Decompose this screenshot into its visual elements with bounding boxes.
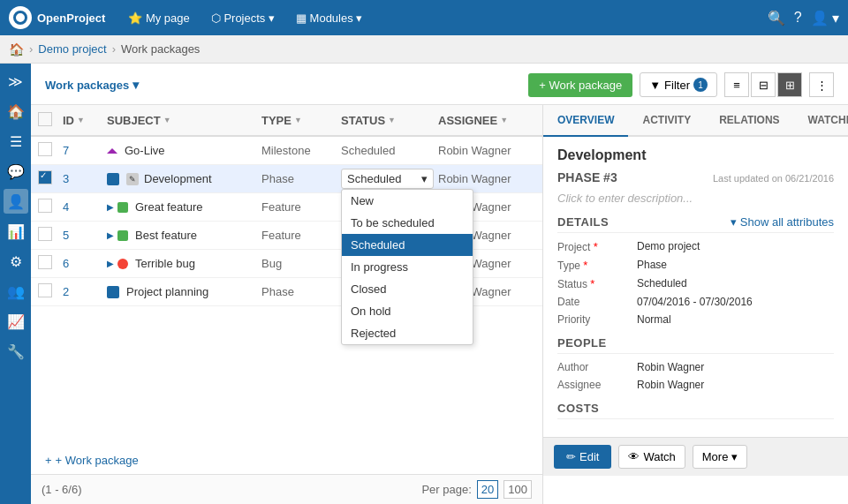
detail-title: Development (557, 147, 834, 163)
field-label-author: Author (557, 361, 637, 373)
view-list-button[interactable]: ≡ (724, 72, 749, 97)
expand-icon-6[interactable]: ▶ (107, 259, 114, 268)
row-type-7: Milestone (261, 144, 341, 157)
sidebar-settings-icon[interactable]: ⚙ (4, 249, 28, 274)
sidebar-reports-icon[interactable]: 📈 (4, 309, 28, 334)
breadcrumb-home[interactable]: 🏠 (9, 42, 24, 56)
status-select-3[interactable]: Scheduled ▾ (341, 169, 434, 189)
field-label-project: Project * (557, 240, 637, 253)
new-wp-label: + Work package (539, 79, 622, 92)
row-id-6[interactable]: 6 (63, 257, 107, 270)
detail-field-type: Type * Phase (557, 259, 834, 272)
tab-activity[interactable]: ACTIVITY (628, 105, 705, 137)
edit-icon-btn: ✏ (566, 450, 576, 463)
app-logo[interactable]: OpenProject (9, 6, 105, 29)
expand-icon-4[interactable]: ▶ (107, 202, 114, 212)
th-subject[interactable]: SUBJECT ▼ (107, 114, 261, 127)
sidebar-gear-icon[interactable]: 🔧 (4, 339, 28, 364)
status-option-rejected[interactable]: Rejected (342, 322, 473, 344)
more-options-button[interactable]: ⋮ (809, 72, 834, 97)
sidebar-menu-icon[interactable]: ☰ (4, 129, 28, 154)
row-id-2[interactable]: 2 (63, 285, 107, 298)
row-id-3[interactable]: 3 (63, 172, 107, 185)
row-checkbox-4[interactable] (38, 199, 63, 215)
detail-panel: OVERVIEW ACTIVITY RELATIONS WATCHERS Dev… (543, 105, 848, 504)
user-icon[interactable]: 👤 ▾ (811, 10, 839, 26)
detail-field-assignee: Assignee Robin Wagner (557, 379, 834, 391)
row-checkbox-5[interactable] (38, 227, 63, 244)
row-checkbox-7[interactable] (38, 142, 63, 159)
tab-watchers[interactable]: WATCHERS (794, 105, 848, 137)
status-option-new[interactable]: New (342, 190, 473, 212)
top-navigation: OpenProject ⭐ My page ⬡ Projects ▾ ▦ Mod… (0, 0, 848, 35)
search-icon[interactable]: 🔍 (768, 10, 785, 26)
nav-projects[interactable]: ⬡ Projects ▾ (202, 8, 284, 28)
status-option-tbs[interactable]: To be scheduled (342, 212, 473, 234)
pagination-range: (1 - 6/6) (42, 483, 82, 496)
details-section: DETAILS ▾ Show all attributes Project * … (557, 215, 834, 326)
id-sort-icon: ▼ (77, 116, 85, 124)
status-option-onhold[interactable]: On hold (342, 300, 473, 322)
th-assignee[interactable]: ASSIGNEE ▼ (438, 114, 535, 127)
assignee-sort-icon: ▼ (500, 116, 508, 124)
row-type-5: Feature (261, 229, 341, 242)
nav-my-page[interactable]: ⭐ My page (119, 8, 198, 28)
filter-button[interactable]: ▼ Filter 1 (640, 72, 717, 97)
select-all-checkbox[interactable] (38, 112, 52, 126)
row-status-3[interactable]: Scheduled ▾ New To be scheduled Schedule… (341, 169, 438, 189)
row-subject-text-7: Go-Live (125, 144, 165, 157)
new-workpackage-button[interactable]: + Work package (528, 73, 632, 97)
status-option-closed[interactable]: Closed (342, 278, 473, 300)
bug-type-icon (117, 259, 128, 269)
field-value-type: Phase (637, 259, 667, 272)
status-option-inprogress[interactable]: In progress (342, 256, 473, 278)
row-checkbox-6[interactable] (38, 255, 63, 272)
per-page-100[interactable]: 100 (504, 480, 532, 499)
th-id[interactable]: ID ▼ (63, 114, 107, 127)
detail-last-updated: Last updated on 06/21/2016 (713, 173, 834, 184)
detail-description[interactable]: Click to enter description... (557, 192, 834, 205)
row-assignee-7: Robin Wagner (438, 144, 535, 157)
watch-button[interactable]: 👁 Watch (618, 445, 685, 469)
add-wp-icon: + (45, 454, 52, 467)
row-checkbox-2[interactable] (38, 283, 63, 300)
detail-content: Development PHASE #3 Last updated on 06/… (543, 137, 848, 437)
sidebar-people-icon[interactable]: 👥 (4, 279, 28, 304)
help-icon[interactable]: ? (794, 10, 802, 26)
add-workpackage-row[interactable]: + + Work package (31, 447, 542, 474)
per-page-20[interactable]: 20 (477, 480, 498, 499)
row-subject-5: ▶ Best feature (107, 229, 261, 242)
expand-icon-5[interactable]: ▶ (107, 230, 114, 240)
logo-icon (9, 6, 32, 29)
view-detail-button[interactable]: ⊞ (777, 72, 802, 97)
sidebar-collapse-icon[interactable]: ≫ (4, 69, 28, 94)
row-id-7[interactable]: 7 (63, 144, 107, 157)
sidebar-chat-icon[interactable]: 💬 (4, 159, 28, 184)
th-check (38, 112, 63, 129)
row-id-4[interactable]: 4 (63, 200, 107, 214)
main-layout: ≫ 🏠 ☰ 💬 👤 📊 ⚙ 👥 📈 🔧 Work packages ▾ + Wo… (0, 64, 848, 504)
more-button[interactable]: More ▾ (693, 445, 748, 469)
row-id-5[interactable]: 5 (63, 229, 107, 242)
tab-overview[interactable]: OVERVIEW (543, 105, 628, 137)
detail-tabs: OVERVIEW ACTIVITY RELATIONS WATCHERS (543, 105, 848, 137)
status-dropdown[interactable]: New To be scheduled Scheduled In progres… (341, 189, 473, 345)
row-type-2: Phase (261, 285, 341, 298)
filter-icon: ▼ (649, 79, 661, 92)
edit-icon: ✎ (126, 173, 139, 185)
th-status[interactable]: STATUS ▼ (341, 114, 438, 127)
breadcrumb-project[interactable]: Demo project (38, 42, 106, 56)
row-checkbox-3[interactable] (38, 170, 63, 187)
sidebar-chart-icon[interactable]: 📊 (4, 219, 28, 244)
view-split-button[interactable]: ⊟ (751, 72, 776, 97)
status-option-scheduled[interactable]: Scheduled (342, 234, 473, 256)
nav-modules[interactable]: ▦ Modules ▾ (287, 8, 371, 28)
sidebar-home-icon[interactable]: 🏠 (4, 99, 28, 124)
sidebar-workpackage-icon[interactable]: 👤 (4, 189, 28, 214)
title-caret[interactable]: ▾ (132, 78, 139, 92)
tab-relations[interactable]: RELATIONS (705, 105, 793, 137)
th-type[interactable]: TYPE ▼ (261, 114, 341, 127)
table-row: 3 ✎ Development Phase Scheduled ▾ (31, 165, 542, 193)
show-all-attributes-button[interactable]: ▾ Show all attributes (731, 215, 834, 229)
edit-button[interactable]: ✏ Edit (554, 445, 611, 469)
